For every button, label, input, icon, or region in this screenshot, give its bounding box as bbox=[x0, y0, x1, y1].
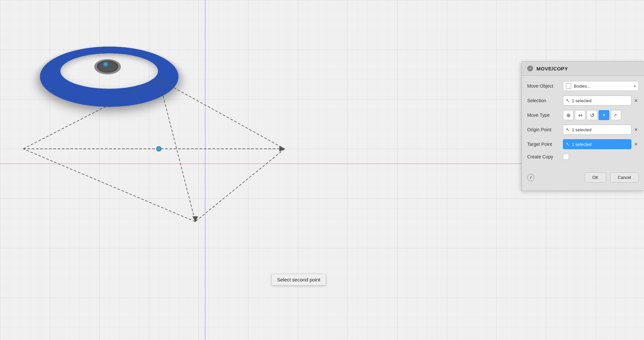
move-object-control: Bodies... ▾ bbox=[563, 81, 639, 91]
along-direction-icon: ↗· bbox=[614, 113, 618, 117]
target-point-control: ↖ 1 selected ✕ bbox=[563, 139, 639, 149]
free-move-button[interactable]: ⊕ bbox=[563, 110, 574, 120]
panel-body: Move Object Bodies... ▾ Selection ↖ 1 se… bbox=[522, 76, 644, 167]
move-object-dropdown[interactable]: Bodies... ▾ bbox=[563, 81, 639, 91]
create-copy-label: Create Copy bbox=[527, 154, 560, 159]
origin-point-row: Origin Point ↖ 1 selected ✕ bbox=[527, 125, 639, 135]
selection-row: Selection ↖ 1 selected ✕ bbox=[527, 96, 639, 106]
move-type-group: ⊕ ⇔ ↺ ✦ ↗· bbox=[563, 110, 621, 120]
origin-cursor-icon: ↖ bbox=[566, 127, 570, 132]
bodies-icon bbox=[566, 83, 571, 89]
target-point-value: 1 selected bbox=[572, 142, 628, 147]
selection-cursor-icon: ↖ bbox=[566, 98, 570, 103]
rotate-button[interactable]: ↺ bbox=[587, 110, 597, 120]
origin-point-label: Origin Point bbox=[527, 127, 560, 132]
info-button[interactable]: i bbox=[527, 174, 534, 181]
create-copy-row: Create Copy bbox=[527, 154, 639, 160]
selection-clear-button[interactable]: ✕ bbox=[633, 98, 639, 103]
svg-line-5 bbox=[195, 149, 285, 222]
move-type-control: ⊕ ⇔ ↺ ✦ ↗· bbox=[563, 110, 639, 120]
free-move-icon: ⊕ bbox=[566, 112, 571, 118]
target-point-label: Target Point bbox=[527, 142, 560, 147]
point-to-point-button[interactable]: ✦ bbox=[599, 110, 609, 120]
svg-line-4 bbox=[159, 79, 285, 149]
target-point-row: Target Point ↖ 1 selected ✕ bbox=[527, 139, 639, 149]
cancel-button[interactable]: Cancel bbox=[610, 172, 639, 183]
along-axis-icon: ⇔ bbox=[578, 112, 582, 118]
panel-close-button[interactable]: − bbox=[527, 65, 533, 71]
along-axis-button[interactable]: ⇔ bbox=[575, 110, 585, 120]
selection-control: ↖ 1 selected ✕ bbox=[563, 96, 639, 106]
origin-point-control: ↖ 1 selected ✕ bbox=[563, 125, 639, 135]
svg-line-8 bbox=[159, 79, 195, 222]
target-point-field[interactable]: ↖ 1 selected bbox=[563, 139, 631, 149]
ok-button[interactable]: OK bbox=[585, 172, 606, 183]
origin-point-value: 1 selected bbox=[572, 127, 628, 132]
svg-point-12 bbox=[157, 147, 161, 151]
target-cursor-icon: ↖ bbox=[566, 142, 570, 147]
svg-line-7 bbox=[23, 79, 159, 149]
origin-point-field[interactable]: ↖ 1 selected bbox=[563, 125, 631, 135]
selection-field[interactable]: ↖ 1 selected bbox=[563, 96, 631, 106]
scene-area bbox=[0, 0, 288, 340]
move-copy-panel: − MOVE/COPY Move Object Bodies... ▾ Sele… bbox=[522, 61, 644, 191]
target-point-clear-button[interactable]: ✕ bbox=[633, 142, 639, 147]
viewport: Select second point − MOVE/COPY Move Obj… bbox=[0, 0, 644, 340]
torus-center-dot bbox=[103, 62, 108, 66]
create-copy-checkbox[interactable] bbox=[563, 154, 569, 160]
along-direction-button[interactable]: ↗· bbox=[611, 110, 621, 120]
move-type-label: Move Type bbox=[527, 112, 560, 118]
svg-line-6 bbox=[23, 149, 195, 222]
move-type-row: Move Type ⊕ ⇔ ↺ ✦ bbox=[527, 110, 639, 120]
panel-title: MOVE/COPY bbox=[536, 66, 568, 71]
create-copy-control bbox=[563, 154, 639, 160]
point-to-point-icon: ✦ bbox=[602, 113, 606, 117]
move-object-label: Move Object bbox=[527, 83, 560, 89]
close-circle-icon: − bbox=[529, 66, 531, 71]
origin-point-clear-button[interactable]: ✕ bbox=[633, 127, 639, 132]
status-text: Select second point bbox=[277, 277, 320, 282]
dropdown-arrow-icon: ▾ bbox=[634, 84, 636, 88]
selection-value: 1 selected bbox=[572, 98, 628, 103]
move-object-value: Bodies... bbox=[574, 84, 631, 89]
info-icon: i bbox=[530, 175, 531, 180]
svg-marker-10 bbox=[280, 147, 285, 151]
rotate-icon: ↺ bbox=[590, 112, 594, 118]
panel-header: − MOVE/COPY bbox=[522, 62, 644, 76]
panel-footer: i OK Cancel bbox=[522, 167, 644, 183]
selection-label: Selection bbox=[527, 98, 560, 103]
diamond-projection bbox=[17, 76, 295, 225]
move-object-row: Move Object Bodies... ▾ bbox=[527, 81, 639, 91]
status-tooltip: Select second point bbox=[271, 274, 326, 285]
